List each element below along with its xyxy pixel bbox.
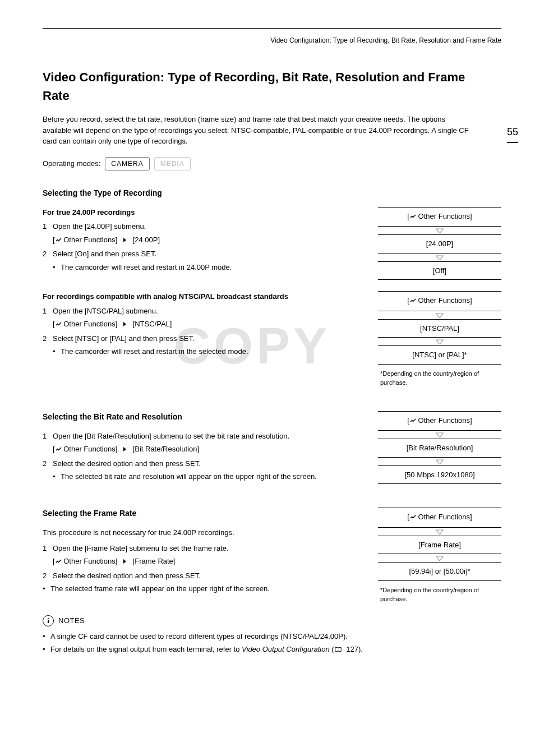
menu-box-label: Other Functions] xyxy=(416,212,472,220)
step-text: Open the [Bit Rate/Resolution] submenu t… xyxy=(53,432,289,440)
menu-path-framerate: [ Other Functions] [Frame Rate] xyxy=(53,556,361,568)
notes-text: ( xyxy=(330,645,334,653)
framerate-note: This procedure is not necessary for true… xyxy=(43,527,361,538)
subhead-ntscpal: For recordings compatible with analog NT… xyxy=(43,291,361,302)
menu-stack-24p: [ Other Functions] [24.00P] [Off] xyxy=(378,207,501,280)
menu-label: [NTSC/PAL] xyxy=(133,320,172,328)
mode-media-badge: MEDIA xyxy=(154,157,191,170)
menu-label: Other Functions] xyxy=(62,445,118,453)
menu-label: Other Functions] xyxy=(62,236,118,244)
menu-footnote: *Depending on the country/region of purc… xyxy=(378,369,501,388)
page-ref-icon xyxy=(334,645,342,656)
menu-box: [Bit Rate/Resolution] xyxy=(378,439,501,458)
chevron-right-icon xyxy=(122,557,128,568)
menu-box: [24.00P] xyxy=(378,234,501,253)
step-bullet: The selected bit rate and resolution wil… xyxy=(53,471,361,482)
menu-label: Other Functions] xyxy=(62,557,118,565)
step-ntscpal-2: 2 Select [NTSC] or [PAL] and then press … xyxy=(43,333,361,344)
menu-label: [24.00P] xyxy=(133,236,160,244)
menu-box: [Frame Rate] xyxy=(378,536,501,555)
menu-path-ntscpal: [ Other Functions] [NTSC/PAL] xyxy=(53,319,361,331)
wrench-icon xyxy=(409,212,416,223)
step-number: 1 xyxy=(43,543,47,554)
menu-link-arrow xyxy=(378,227,501,234)
menu-box: [59.94i] or [50.00i]* xyxy=(378,562,501,581)
menu-path-bitrate: [ Other Functions] [Bit Rate/Resolution] xyxy=(53,444,361,456)
menu-link-arrow xyxy=(378,458,501,465)
step-ntscpal-1: 1 Open the [NTSC/PAL] submenu. xyxy=(43,306,361,317)
step-text: Open the [24.00P] submenu. xyxy=(53,222,146,231)
menu-label: [Frame Rate] xyxy=(133,557,176,565)
notes-item: For details on the signal output from ea… xyxy=(43,644,501,656)
step-framerate-1: 1 Open the [Frame Rate] submenu to set t… xyxy=(43,543,361,554)
chevron-right-icon xyxy=(122,236,128,247)
chevron-right-icon xyxy=(122,320,128,331)
intro-paragraph: Before you record, select the bit rate, … xyxy=(43,114,473,147)
menu-box: [ Other Functions] xyxy=(378,508,501,528)
step-bitrate-1: 1 Open the [Bit Rate/Resolution] submenu… xyxy=(43,431,361,442)
page-title: Video Configuration: Type of Recording, … xyxy=(43,68,479,105)
section-head-type: Selecting the Type of Recording xyxy=(43,187,501,199)
step-number: 2 xyxy=(43,333,47,344)
notes-link-text: Video Output Configuration xyxy=(242,645,330,653)
running-head: Video Configuration: Type of Recording, … xyxy=(43,35,501,45)
subhead-24p: For true 24.00P recordings xyxy=(43,207,361,218)
menu-footnote: *Depending on the country/region of purc… xyxy=(378,586,501,604)
wrench-icon xyxy=(409,416,416,427)
notes-header: i NOTES xyxy=(43,615,501,626)
step-number: 2 xyxy=(43,570,47,582)
operating-modes-label: Operating modes: xyxy=(43,158,100,169)
menu-link-arrow xyxy=(378,431,501,439)
menu-box: [Off] xyxy=(378,261,501,280)
notes-item: A single CF card cannot be used to recor… xyxy=(43,631,501,642)
menu-box: [NTSC/PAL] xyxy=(378,319,501,338)
menu-box: [ Other Functions] xyxy=(378,207,501,227)
wrench-icon xyxy=(55,557,62,568)
wrench-icon xyxy=(409,513,416,524)
menu-path-24p: [ Other Functions] [24.00P] xyxy=(53,234,361,247)
page-number: 55 xyxy=(507,125,518,143)
chevron-right-icon xyxy=(122,445,128,456)
step-text: Select the desired option and then press… xyxy=(53,459,201,468)
section-head-bitrate: Selecting the Bit Rate and Resolution xyxy=(43,411,361,423)
notes-label: NOTES xyxy=(58,615,85,626)
menu-box-label: Other Functions] xyxy=(416,513,472,521)
menu-label: [Bit Rate/Resolution] xyxy=(133,445,200,453)
operating-modes: Operating modes: CAMERA MEDIA xyxy=(43,157,501,170)
step-text: Select the desired option and then press… xyxy=(53,571,201,580)
step-text: Select [NTSC] or [PAL] and then press SE… xyxy=(53,334,195,343)
menu-link-arrow xyxy=(378,554,501,562)
step-number: 1 xyxy=(43,306,47,317)
wrench-icon xyxy=(55,236,62,247)
step-number: 1 xyxy=(43,221,47,232)
wrench-icon xyxy=(55,445,62,456)
wrench-icon xyxy=(409,296,416,307)
menu-link-arrow xyxy=(378,311,501,319)
notes-list: A single CF card cannot be used to recor… xyxy=(43,631,501,656)
menu-stack-bitrate: [ Other Functions] [Bit Rate/Resolution]… xyxy=(378,411,501,485)
mode-camera-badge: CAMERA xyxy=(105,157,149,170)
notes-text: 127). xyxy=(344,645,363,653)
menu-link-arrow xyxy=(378,528,501,536)
step-24p-2: 2 Select [On] and then press SET. xyxy=(43,248,361,260)
menu-box: [ Other Functions] xyxy=(378,291,501,311)
step-bullet: The camcorder will reset and restart in … xyxy=(53,346,361,357)
menu-stack-ntscpal: [ Other Functions] [NTSC/PAL] [NTSC] or … xyxy=(378,291,501,388)
step-bitrate-2: 2 Select the desired option and then pre… xyxy=(43,458,361,469)
step-24p-1: 1 Open the [24.00P] submenu. xyxy=(43,221,361,232)
menu-box: [NTSC] or [PAL]* xyxy=(378,345,501,365)
menu-label: Other Functions] xyxy=(62,320,118,328)
section-head-framerate: Selecting the Frame Rate xyxy=(43,508,361,519)
step-number: 2 xyxy=(43,248,47,260)
step-text: Open the [NTSC/PAL] submenu. xyxy=(53,307,158,315)
step-text: Open the [Frame Rate] submenu to set the… xyxy=(53,544,229,552)
wrench-icon xyxy=(55,320,62,331)
menu-link-arrow xyxy=(378,338,501,345)
info-icon: i xyxy=(43,615,54,626)
menu-box-label: Other Functions] xyxy=(416,416,472,425)
top-rule xyxy=(43,28,501,29)
menu-box: [ Other Functions] xyxy=(378,411,501,431)
step-framerate-2: 2 Select the desired option and then pre… xyxy=(43,570,361,582)
notes-text: For details on the signal output from ea… xyxy=(50,645,242,653)
menu-link-arrow xyxy=(378,253,501,261)
